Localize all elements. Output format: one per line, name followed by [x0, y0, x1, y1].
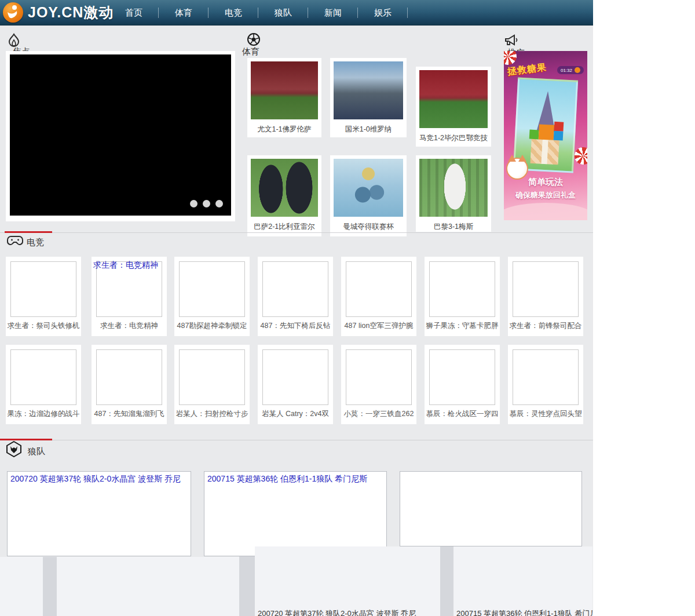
sports-card[interactable]: 巴萨2-1比利亚雷尔 [247, 155, 321, 236]
gift-box [531, 139, 559, 165]
esports-accent-line [5, 231, 52, 233]
carousel-dot-1[interactable] [190, 200, 197, 207]
video-thumbnail-placeholder[interactable] [10, 349, 76, 405]
ad-timer-value: 01:32 [561, 68, 572, 73]
nav-item-wolves[interactable]: 狼队 [258, 0, 308, 25]
wolves-video-card[interactable] [400, 471, 582, 546]
candy-block [554, 131, 564, 141]
esports-card[interactable]: 慕辰：灵性穿点回头望 [508, 345, 583, 424]
panel-gap [440, 546, 453, 616]
video-thumbnail-placeholder[interactable] [179, 261, 245, 317]
sports-card-caption: 巴萨2-1比利亚雷尔 [251, 222, 318, 232]
sports-card[interactable]: 尤文1-1佛罗伦萨 [247, 58, 321, 137]
esports-card[interactable]: 求生者：前锋祭司配合 [508, 257, 583, 336]
esports-card-caption: 求生者：电竞精神 [92, 321, 167, 331]
sports-card-caption: 曼城夺得联赛杯 [334, 222, 403, 232]
gamepad-icon [7, 234, 23, 249]
video-thumbnail-placeholder[interactable] [96, 349, 162, 405]
content-area: JOY.CN激动 首页 体育 电竞 狼队 新闻 娱乐 焦点 [0, 0, 593, 616]
esports-card[interactable]: 求生者：祭司头铁修机 [6, 257, 81, 336]
wolves-section-label: 狼队 [28, 446, 45, 457]
site-logo[interactable]: JOY.CN激动 [3, 2, 114, 23]
video-thumbnail-placeholder[interactable] [10, 261, 76, 317]
esports-card[interactable]: 求生者：电竞精神 求生者：电竞精神 [92, 257, 167, 336]
wolves-video-title[interactable]: 200720 英超第37轮 狼队2-0水晶宫 波登斯 乔尼 [8, 472, 191, 487]
panel-gap [43, 557, 57, 616]
esports-card[interactable]: 岩某人：扫射控枪寸步 [174, 345, 250, 424]
clipped-video-title[interactable]: 200720 英超第37轮 狼队2-0水晶宫 波登斯 乔尼 [258, 608, 416, 616]
video-thumbnail-placeholder[interactable] [179, 349, 245, 405]
sports-thumbnail-atletico [419, 70, 488, 128]
video-thumbnail-placeholder[interactable] [513, 349, 579, 405]
esports-card-caption: 求生者：祭司头铁修机 [6, 321, 81, 331]
sports-thumbnail-mancity [334, 159, 403, 217]
pause-button-icon [575, 67, 580, 73]
esports-card[interactable]: 岩某人 Catry：2v4双 [258, 345, 333, 424]
main-nav: 首页 体育 电竞 狼队 新闻 娱乐 [109, 0, 408, 25]
section-divider [0, 232, 593, 233]
esports-card[interactable]: 狮子果冻：守墓卡肥胖 [425, 257, 500, 336]
promo-ad-banner[interactable]: 拯救糖果 01:32 简单玩法 确保糖果放回礼盒 [504, 51, 587, 220]
nav-item-esports[interactable]: 电竞 [209, 0, 258, 25]
esports-card-caption: 求生者：前锋祭司配合 [508, 321, 583, 331]
esports-card[interactable]: 487：先知溜鬼溜到飞 [92, 345, 167, 424]
focus-carousel-card [6, 51, 235, 221]
esports-card-caption: 果冻：边溜边修的战斗 [6, 409, 81, 419]
nav-item-news[interactable]: 新闻 [308, 0, 358, 25]
sports-card[interactable]: 马竞1-2毕尔巴鄂竞技 [416, 67, 491, 147]
video-thumbnail-placeholder[interactable] [429, 349, 495, 405]
video-thumbnail-placeholder[interactable] [513, 261, 579, 317]
sports-thumbnail-inter [334, 61, 403, 119]
carousel-dot-2[interactable] [203, 200, 210, 207]
carousel-dot-3[interactable] [215, 200, 223, 207]
esports-card[interactable]: 487 lion空军三弹护腕 [341, 257, 416, 336]
esports-card-caption: 小莫：一穿三铁血262 [341, 409, 416, 419]
sports-card[interactable]: 曼城夺得联赛杯 [330, 155, 407, 236]
wolves-badge-icon [6, 441, 22, 460]
nav-item-home[interactable]: 首页 [109, 0, 159, 25]
video-player-placeholder [453, 546, 592, 616]
cloud-decoration [504, 203, 587, 220]
sports-thumbnail-psg [419, 159, 488, 217]
ad-slogan: 简单玩法 确保糖果放回礼盒 [504, 177, 587, 201]
esports-card[interactable]: 小莫：一穿三铁血262 [341, 345, 416, 424]
esports-card-caption: 狮子果冻：守墓卡肥胖 [425, 321, 500, 331]
video-player-placeholder [57, 557, 239, 616]
esports-card[interactable]: 慕辰：枪火战区一穿四 [425, 345, 500, 424]
esports-card[interactable]: 果冻：边溜边修的战斗 [6, 345, 81, 424]
sports-thumbnail-barcelona [251, 159, 318, 217]
esports-overlay-link[interactable]: 求生者：电竞精神 [93, 260, 158, 271]
esports-card-caption: 岩某人 Catry：2v4双 [258, 409, 333, 419]
ad-game-title: 拯救糖果 [507, 61, 547, 78]
wolves-video-card[interactable]: 200720 英超第37轮 狼队2-0水晶宫 波登斯 乔尼 [7, 471, 191, 556]
video-thumbnail-placeholder[interactable] [346, 349, 412, 405]
candy-decoration [504, 51, 517, 65]
esports-card-caption: 487：先知溜鬼溜到飞 [92, 409, 167, 419]
esports-card-caption: 岩某人：扫射控枪寸步 [174, 409, 250, 419]
clipped-video-title[interactable]: 200715 英超第36轮 伯恩利1-1狼队 希门尼斯 [456, 608, 592, 616]
sports-section-label: 体育 [242, 46, 259, 57]
video-thumbnail-placeholder[interactable] [346, 261, 412, 317]
candy-decoration [575, 147, 587, 165]
esports-card-caption: 慕辰：枪火战区一穿四 [425, 409, 500, 419]
wolves-video-title[interactable]: 200715 英超第36轮 伯恩利1-1狼队 希门尼斯 [204, 472, 386, 487]
wolves-video-card[interactable]: 200715 英超第36轮 伯恩利1-1狼队 希门尼斯 [204, 471, 387, 556]
esports-card[interactable]: 487：先知下椅后反钻 [258, 257, 333, 336]
page: JOY.CN激动 首页 体育 电竞 狼队 新闻 娱乐 焦点 [0, 0, 695, 616]
nav-item-sports[interactable]: 体育 [159, 0, 209, 25]
sports-thumbnail-juventus [251, 61, 318, 119]
esports-card-caption: 487勘探超神牵制锁定 [174, 321, 250, 331]
carousel-video-area[interactable] [10, 54, 231, 216]
esports-card-caption: 487：先知下椅后反钻 [258, 321, 333, 331]
video-thumbnail-placeholder[interactable] [429, 261, 495, 317]
sports-card-caption: 尤文1-1佛罗伦萨 [251, 125, 318, 134]
video-thumbnail-placeholder[interactable] [262, 349, 328, 405]
esports-card[interactable]: 487勘探超神牵制锁定 [174, 257, 250, 336]
wolves-video-title[interactable] [400, 472, 581, 476]
video-thumbnail-placeholder[interactable] [262, 261, 328, 317]
sports-card[interactable]: 巴黎3-1梅斯 [416, 155, 491, 232]
nav-item-entertainment[interactable]: 娱乐 [358, 0, 408, 25]
sports-card[interactable]: 国米1-0维罗纳 [330, 58, 407, 137]
panel-gap [239, 556, 255, 616]
ad-timer: 01:32 [557, 66, 584, 74]
